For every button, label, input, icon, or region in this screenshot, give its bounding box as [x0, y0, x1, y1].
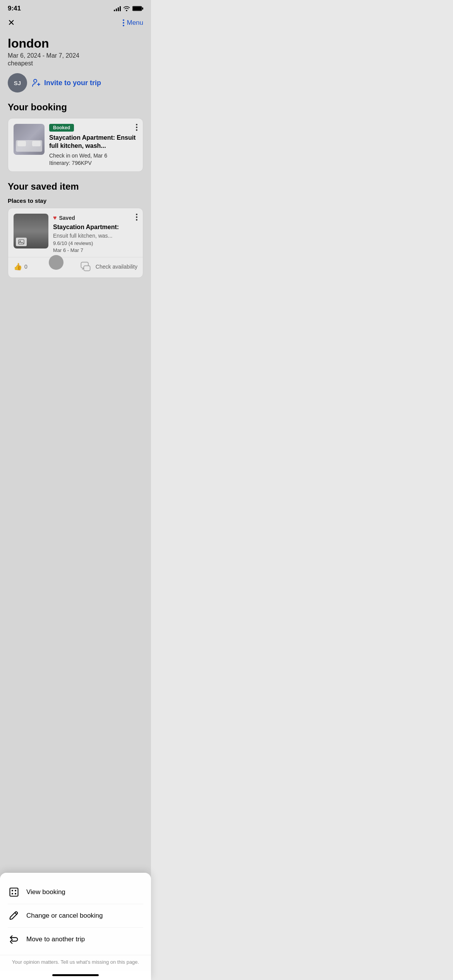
thumbs-row: 👍 0	[14, 262, 27, 271]
heart-icon: ♥	[53, 214, 57, 221]
close-button[interactable]: ✕	[8, 18, 15, 28]
invite-row: SJ Invite to your trip	[8, 73, 143, 93]
booking-thumbnail	[14, 124, 45, 155]
invite-label: Invite to your trip	[44, 79, 101, 87]
trip-sort: cheapest	[8, 60, 143, 67]
saved-section: Your saved item Places to stay	[8, 181, 143, 278]
saved-dates: Mar 6 - Mar 7	[53, 247, 137, 253]
top-nav: ✕ Menu	[0, 15, 151, 33]
menu-button[interactable]: Menu	[123, 19, 143, 27]
booking-checkin: Check in on Wed, Mar 6	[49, 152, 137, 159]
booking-itinerary: Itinerary: 796KPV	[49, 160, 137, 166]
saved-name: Staycation Apartment:	[53, 223, 137, 231]
check-availability-button[interactable]: Check availability	[96, 264, 137, 270]
svg-rect-4	[19, 240, 24, 244]
svg-rect-2	[142, 7, 143, 10]
saved-label: Saved	[59, 215, 75, 221]
menu-label: Menu	[127, 19, 143, 27]
wifi-icon	[123, 6, 130, 11]
booking-card: Booked Staycation Apartment: Ensuit full…	[8, 118, 143, 172]
saved-info: ♥ Saved Staycation Apartment: Ensuit ful…	[53, 214, 137, 254]
signal-bars-icon	[114, 6, 121, 11]
booking-section-title: Your booking	[8, 102, 143, 113]
saved-card-header: ♥ Saved Staycation Apartment: Ensuit ful…	[8, 208, 143, 254]
svg-point-3	[34, 79, 37, 82]
status-bar: 9:41	[0, 0, 151, 15]
saved-card-footer: 👍 0 Check availability	[8, 257, 143, 278]
booking-more-button[interactable]	[136, 124, 137, 131]
three-dots-icon	[123, 19, 124, 26]
main-content: london Mar 6, 2024 - Mar 7, 2024 cheapes…	[0, 33, 151, 278]
thumbs-count: 0	[24, 264, 27, 270]
invite-to-trip-button[interactable]: Invite to your trip	[32, 78, 101, 87]
svg-point-5	[20, 240, 21, 242]
trip-title: london	[8, 36, 143, 51]
status-time: 9:41	[8, 5, 21, 12]
booking-info: Booked Staycation Apartment: Ensuit full…	[49, 124, 137, 166]
saved-thumbnail	[14, 214, 48, 248]
svg-rect-7	[84, 266, 90, 271]
saved-badge-row: ♥ Saved	[53, 214, 137, 221]
saved-rating: 9.6/10 (4 reviews)	[53, 240, 137, 246]
places-subtitle: Places to stay	[8, 197, 143, 204]
thumbs-up-icon[interactable]: 👍	[14, 262, 22, 271]
saved-name-sub: Ensuit full kitchen, was...	[53, 233, 137, 239]
battery-icon	[132, 6, 143, 11]
chat-icon[interactable]	[80, 261, 91, 272]
trip-dates: Mar 6, 2024 - Mar 7, 2024	[8, 52, 143, 59]
saved-card: ♥ Saved Staycation Apartment: Ensuit ful…	[8, 208, 143, 278]
image-overlay-icon	[16, 238, 27, 246]
saved-section-title: Your saved item	[8, 181, 143, 192]
avatar: SJ	[8, 73, 27, 93]
status-icons	[114, 6, 143, 11]
booked-badge: Booked	[49, 124, 74, 132]
invite-icon	[32, 78, 41, 87]
booking-name: Staycation Apartment: Ensuit full kitche…	[49, 134, 137, 150]
booking-card-top: Booked Staycation Apartment: Ensuit full…	[14, 124, 137, 166]
svg-rect-1	[133, 7, 141, 10]
saved-more-button[interactable]	[136, 214, 137, 221]
